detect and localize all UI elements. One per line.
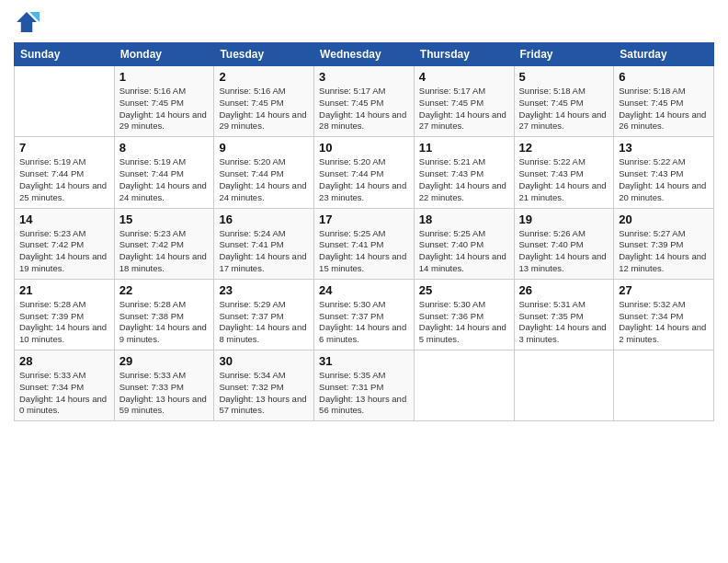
cell-content: Sunrise: 5:23 AM Sunset: 7:42 PM Dayligh… bbox=[119, 228, 210, 275]
calendar-header-row: SundayMondayTuesdayWednesdayThursdayFrid… bbox=[15, 43, 714, 66]
cell-content: Sunrise: 5:29 AM Sunset: 7:37 PM Dayligh… bbox=[219, 299, 309, 346]
cell-content: Sunrise: 5:17 AM Sunset: 7:45 PM Dayligh… bbox=[319, 86, 409, 132]
calendar-cell: 27Sunrise: 5:32 AM Sunset: 7:34 PM Dayli… bbox=[614, 279, 714, 350]
day-number: 12 bbox=[519, 141, 609, 155]
calendar-cell: 29Sunrise: 5:33 AM Sunset: 7:33 PM Dayli… bbox=[114, 350, 214, 421]
day-number: 16 bbox=[219, 213, 309, 226]
calendar-cell bbox=[15, 66, 115, 137]
cell-content: Sunrise: 5:35 AM Sunset: 7:31 PM Dayligh… bbox=[319, 370, 409, 417]
day-number: 10 bbox=[319, 141, 409, 155]
calendar-cell: 16Sunrise: 5:24 AM Sunset: 7:41 PM Dayli… bbox=[214, 208, 314, 279]
calendar-cell: 9Sunrise: 5:20 AM Sunset: 7:44 PM Daylig… bbox=[214, 137, 314, 208]
day-number: 19 bbox=[519, 213, 609, 226]
day-number: 3 bbox=[319, 70, 409, 84]
cell-content: Sunrise: 5:23 AM Sunset: 7:42 PM Dayligh… bbox=[19, 228, 109, 275]
day-number: 15 bbox=[119, 213, 210, 226]
calendar-cell: 22Sunrise: 5:28 AM Sunset: 7:38 PM Dayli… bbox=[114, 279, 214, 350]
day-number: 26 bbox=[519, 283, 609, 297]
calendar-cell: 18Sunrise: 5:25 AM Sunset: 7:40 PM Dayli… bbox=[414, 208, 514, 279]
day-number: 6 bbox=[619, 70, 709, 84]
calendar-cell: 4Sunrise: 5:17 AM Sunset: 7:45 PM Daylig… bbox=[414, 66, 514, 137]
calendar-cell: 24Sunrise: 5:30 AM Sunset: 7:37 PM Dayli… bbox=[314, 279, 415, 350]
cell-content: Sunrise: 5:32 AM Sunset: 7:34 PM Dayligh… bbox=[619, 299, 709, 346]
cell-content: Sunrise: 5:33 AM Sunset: 7:33 PM Dayligh… bbox=[119, 370, 210, 417]
day-number: 4 bbox=[419, 70, 509, 84]
day-number: 20 bbox=[619, 213, 709, 226]
header bbox=[14, 9, 714, 35]
day-number: 1 bbox=[119, 70, 210, 84]
calendar-cell: 7Sunrise: 5:19 AM Sunset: 7:44 PM Daylig… bbox=[15, 137, 115, 208]
calendar-cell bbox=[414, 350, 514, 421]
calendar-cell: 12Sunrise: 5:22 AM Sunset: 7:43 PM Dayli… bbox=[514, 137, 614, 208]
cell-content: Sunrise: 5:25 AM Sunset: 7:41 PM Dayligh… bbox=[319, 228, 409, 275]
calendar-cell bbox=[614, 350, 714, 421]
day-number: 9 bbox=[219, 141, 309, 155]
cell-content: Sunrise: 5:21 AM Sunset: 7:43 PM Dayligh… bbox=[419, 156, 509, 203]
day-number: 30 bbox=[219, 354, 309, 368]
cell-content: Sunrise: 5:34 AM Sunset: 7:32 PM Dayligh… bbox=[219, 370, 309, 417]
cell-content: Sunrise: 5:26 AM Sunset: 7:40 PM Dayligh… bbox=[519, 228, 609, 275]
calendar-cell: 3Sunrise: 5:17 AM Sunset: 7:45 PM Daylig… bbox=[314, 66, 415, 137]
header-cell-saturday: Saturday bbox=[614, 43, 714, 66]
calendar-cell: 28Sunrise: 5:33 AM Sunset: 7:34 PM Dayli… bbox=[15, 350, 115, 421]
cell-content: Sunrise: 5:30 AM Sunset: 7:36 PM Dayligh… bbox=[419, 299, 509, 346]
header-cell-monday: Monday bbox=[114, 43, 214, 66]
week-row-4: 21Sunrise: 5:28 AM Sunset: 7:39 PM Dayli… bbox=[15, 279, 714, 350]
header-cell-sunday: Sunday bbox=[15, 43, 115, 66]
calendar-cell: 1Sunrise: 5:16 AM Sunset: 7:45 PM Daylig… bbox=[114, 66, 214, 137]
calendar-cell: 8Sunrise: 5:19 AM Sunset: 7:44 PM Daylig… bbox=[114, 137, 214, 208]
day-number: 25 bbox=[419, 283, 509, 297]
day-number: 11 bbox=[419, 141, 509, 155]
cell-content: Sunrise: 5:19 AM Sunset: 7:44 PM Dayligh… bbox=[19, 156, 109, 203]
day-number: 21 bbox=[19, 283, 109, 297]
week-row-2: 7Sunrise: 5:19 AM Sunset: 7:44 PM Daylig… bbox=[15, 137, 714, 208]
week-row-5: 28Sunrise: 5:33 AM Sunset: 7:34 PM Dayli… bbox=[15, 350, 714, 421]
day-number: 2 bbox=[219, 70, 309, 84]
week-row-3: 14Sunrise: 5:23 AM Sunset: 7:42 PM Dayli… bbox=[15, 208, 714, 279]
cell-content: Sunrise: 5:25 AM Sunset: 7:40 PM Dayligh… bbox=[419, 228, 509, 275]
day-number: 8 bbox=[119, 141, 210, 155]
calendar-cell: 31Sunrise: 5:35 AM Sunset: 7:31 PM Dayli… bbox=[314, 350, 415, 421]
calendar-cell: 21Sunrise: 5:28 AM Sunset: 7:39 PM Dayli… bbox=[15, 279, 115, 350]
logo bbox=[14, 9, 43, 35]
day-number: 18 bbox=[419, 213, 509, 226]
logo-icon bbox=[14, 9, 40, 35]
day-number: 14 bbox=[19, 213, 109, 226]
day-number: 22 bbox=[119, 283, 210, 297]
calendar-cell: 23Sunrise: 5:29 AM Sunset: 7:37 PM Dayli… bbox=[214, 279, 314, 350]
calendar-cell: 25Sunrise: 5:30 AM Sunset: 7:36 PM Dayli… bbox=[414, 279, 514, 350]
calendar-cell: 19Sunrise: 5:26 AM Sunset: 7:40 PM Dayli… bbox=[514, 208, 614, 279]
cell-content: Sunrise: 5:33 AM Sunset: 7:34 PM Dayligh… bbox=[19, 370, 109, 417]
cell-content: Sunrise: 5:16 AM Sunset: 7:45 PM Dayligh… bbox=[119, 86, 210, 132]
cell-content: Sunrise: 5:20 AM Sunset: 7:44 PM Dayligh… bbox=[319, 156, 409, 203]
day-number: 23 bbox=[219, 283, 309, 297]
cell-content: Sunrise: 5:30 AM Sunset: 7:37 PM Dayligh… bbox=[319, 299, 409, 346]
calendar-cell: 14Sunrise: 5:23 AM Sunset: 7:42 PM Dayli… bbox=[15, 208, 115, 279]
cell-content: Sunrise: 5:31 AM Sunset: 7:35 PM Dayligh… bbox=[519, 299, 609, 346]
calendar-table: SundayMondayTuesdayWednesdayThursdayFrid… bbox=[14, 42, 714, 421]
cell-content: Sunrise: 5:19 AM Sunset: 7:44 PM Dayligh… bbox=[119, 156, 210, 203]
cell-content: Sunrise: 5:22 AM Sunset: 7:43 PM Dayligh… bbox=[619, 156, 709, 203]
cell-content: Sunrise: 5:28 AM Sunset: 7:39 PM Dayligh… bbox=[19, 299, 109, 346]
calendar-cell: 13Sunrise: 5:22 AM Sunset: 7:43 PM Dayli… bbox=[614, 137, 714, 208]
calendar-cell bbox=[514, 350, 614, 421]
calendar-cell: 17Sunrise: 5:25 AM Sunset: 7:41 PM Dayli… bbox=[314, 208, 415, 279]
calendar-cell: 30Sunrise: 5:34 AM Sunset: 7:32 PM Dayli… bbox=[214, 350, 314, 421]
calendar-cell: 15Sunrise: 5:23 AM Sunset: 7:42 PM Dayli… bbox=[114, 208, 214, 279]
cell-content: Sunrise: 5:20 AM Sunset: 7:44 PM Dayligh… bbox=[219, 156, 309, 203]
calendar-cell: 10Sunrise: 5:20 AM Sunset: 7:44 PM Dayli… bbox=[314, 137, 415, 208]
calendar-cell: 11Sunrise: 5:21 AM Sunset: 7:43 PM Dayli… bbox=[414, 137, 514, 208]
day-number: 24 bbox=[319, 283, 409, 297]
cell-content: Sunrise: 5:17 AM Sunset: 7:45 PM Dayligh… bbox=[419, 86, 509, 132]
header-cell-wednesday: Wednesday bbox=[314, 43, 415, 66]
day-number: 29 bbox=[119, 354, 210, 368]
calendar-cell: 20Sunrise: 5:27 AM Sunset: 7:39 PM Dayli… bbox=[614, 208, 714, 279]
header-cell-friday: Friday bbox=[514, 43, 614, 66]
cell-content: Sunrise: 5:18 AM Sunset: 7:45 PM Dayligh… bbox=[619, 86, 709, 132]
header-cell-tuesday: Tuesday bbox=[214, 43, 314, 66]
day-number: 7 bbox=[19, 141, 109, 155]
cell-content: Sunrise: 5:18 AM Sunset: 7:45 PM Dayligh… bbox=[519, 86, 609, 132]
day-number: 31 bbox=[319, 354, 409, 368]
cell-content: Sunrise: 5:24 AM Sunset: 7:41 PM Dayligh… bbox=[219, 228, 309, 275]
calendar-cell: 5Sunrise: 5:18 AM Sunset: 7:45 PM Daylig… bbox=[514, 66, 614, 137]
